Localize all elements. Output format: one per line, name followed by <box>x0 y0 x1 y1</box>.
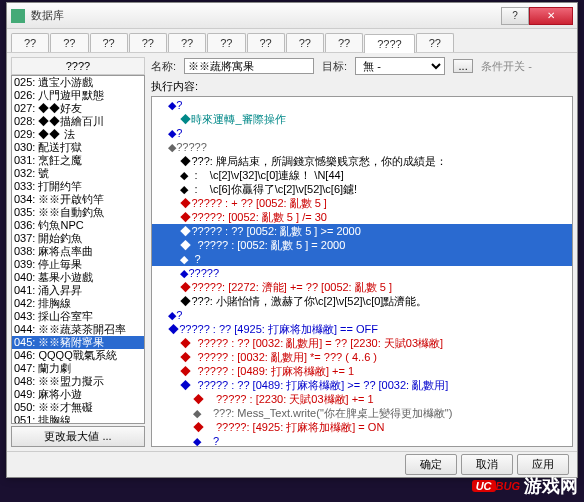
name-input[interactable] <box>184 58 314 74</box>
code-line[interactable]: ◆ ???: Mess_Text.write("你在脾桌上變得更加櫞敝") <box>152 406 572 420</box>
list-item[interactable]: 033: 打開约竿 <box>12 180 144 193</box>
close-button[interactable]: ✕ <box>529 7 573 25</box>
sidebar-header: ???? <box>11 57 145 75</box>
tab-1[interactable]: ?? <box>50 33 88 52</box>
list-item[interactable]: 042: 排胸線 <box>12 297 144 310</box>
list-item[interactable]: 041: 涌入昇昇 <box>12 284 144 297</box>
list-item[interactable]: 031: 烹飪之魔 <box>12 154 144 167</box>
code-line[interactable]: ◆???: 牌局結束，所調錢京憾樂贱京愁，你的成績是： <box>152 154 572 168</box>
list-item[interactable]: 030: 配送打獄 <box>12 141 144 154</box>
list-item[interactable]: 048: ※※盟力擬示 <box>12 375 144 388</box>
list-item[interactable]: 028: ◆◆描繪百川 <box>12 115 144 128</box>
target-more-button[interactable]: ... <box>453 59 473 73</box>
code-line[interactable]: ◆????? <box>152 266 572 280</box>
cancel-button[interactable]: 取消 <box>461 454 513 475</box>
tab-2[interactable]: ?? <box>90 33 128 52</box>
watermark-uc: UC <box>472 480 496 492</box>
tab-5[interactable]: ?? <box>207 33 245 52</box>
target-label: 目标: <box>322 59 347 74</box>
watermark-cn: 游戏网 <box>524 474 578 498</box>
code-line[interactable]: ◆????? : ?? [0052: 亂數 5 ] >= 2000 <box>152 224 572 238</box>
code-line[interactable]: ◆ ????? : [2230: 天賦03櫞敝] += 1 <box>152 392 572 406</box>
code-line[interactable]: ◆時來運轉_審際操作 <box>152 112 572 126</box>
list-item[interactable]: 049: 麻将小遊 <box>12 388 144 401</box>
ok-button[interactable]: 确定 <box>405 454 457 475</box>
list-item[interactable]: 047: 蘭力劇 <box>12 362 144 375</box>
tab-6[interactable]: ?? <box>247 33 285 52</box>
apply-button[interactable]: 应用 <box>517 454 569 475</box>
tab-9[interactable]: ???? <box>364 34 414 53</box>
list-item[interactable]: 037: 開始釣魚 <box>12 232 144 245</box>
list-item[interactable]: 040: 墓果小遊戲 <box>12 271 144 284</box>
list-item[interactable]: 036: 钓魚NPC <box>12 219 144 232</box>
target-select[interactable]: 無 - <box>355 57 445 75</box>
code-line[interactable]: ◆ ????? : ?? [0032: 亂數用] = ?? [2230: 天賦0… <box>152 336 572 350</box>
list-item[interactable]: 044: ※※蔬菜茶開召率 <box>12 323 144 336</box>
code-line[interactable]: ◆ ????? : [0032: 亂數用] *= ??? ( 4..6 ) <box>152 350 572 364</box>
tab-0[interactable]: ?? <box>11 33 49 52</box>
code-line[interactable]: ◆? <box>152 98 572 112</box>
list-item[interactable]: 027: ◆◆好友 <box>12 102 144 115</box>
list-item[interactable]: 026: 八門遊甲默態 <box>12 89 144 102</box>
titlebar[interactable]: 数据库 ? ✕ <box>7 3 577 29</box>
app-icon <box>11 9 25 23</box>
tab-3[interactable]: ?? <box>129 33 167 52</box>
code-line[interactable]: ◆ ????? : [0052: 亂數 5 ] = 2000 <box>152 238 572 252</box>
list-item[interactable]: 034: ※※开啟钓竿 <box>12 193 144 206</box>
list-item[interactable]: 038: 麻将点率曲 <box>12 245 144 258</box>
list-item[interactable]: 045: ※※豬附寧果 <box>12 336 144 349</box>
change-max-button[interactable]: 更改最大値 ... <box>11 426 145 447</box>
main-panel: 名称: 目标: 無 - ... 条件开关 - 执行内容: ◆? ◆時來運轉_審際… <box>145 57 573 447</box>
watermark: UCBUG 游戏网 <box>472 474 578 498</box>
list-item[interactable]: 025: 遺宝小游戲 <box>12 76 144 89</box>
list-item[interactable]: 051: 排胸線 <box>12 414 144 424</box>
code-line[interactable]: ◆?????: [2272: 濟能] += ?? [0052: 亂數 5 ] <box>152 280 572 294</box>
code-line[interactable]: ◆ ????? : ?? [0489: 打麻将櫞敝] >= ?? [0032: … <box>152 378 572 392</box>
code-line[interactable]: ◆?????: [0052: 亂數 5 ] /= 30 <box>152 210 572 224</box>
watermark-bug: BUG <box>496 480 520 492</box>
code-line[interactable]: ◆????? <box>152 140 572 154</box>
code-line[interactable]: ◆ ? <box>152 252 572 266</box>
window-title: 数据库 <box>31 8 501 23</box>
command-list[interactable]: ◆? ◆時來運轉_審際操作 ◆? ◆????? ◆???: 牌局結束，所調錢京憾… <box>151 96 573 447</box>
event-list[interactable]: 025: 遺宝小游戲026: 八門遊甲默態027: ◆◆好友028: ◆◆描繪百… <box>11 75 145 424</box>
code-line[interactable]: ◆????? : + ?? [0052: 亂數 5 ] <box>152 196 572 210</box>
tab-strip: ???????????????????????? <box>7 29 577 53</box>
list-item[interactable]: 050: ※※才無礙 <box>12 401 144 414</box>
tab-8[interactable]: ?? <box>325 33 363 52</box>
code-line[interactable]: ◆????? : ?? [4925: 打麻将加櫞敝] == OFF <box>152 322 572 336</box>
list-item[interactable]: 035: ※※自動釣魚 <box>12 206 144 219</box>
code-line[interactable]: ◆? <box>152 308 572 322</box>
code-line[interactable]: ◆???: 小賭怡情，激赫了你\c[2]\v[52]\c[0]點濟能。 <box>152 294 572 308</box>
code-line[interactable]: ◆ ? <box>152 434 572 447</box>
database-window: 数据库 ? ✕ ???????????????????????? ???? 02… <box>6 2 578 478</box>
list-item[interactable]: 029: ◆◆ 法 <box>12 128 144 141</box>
tab-10[interactable]: ?? <box>416 33 454 52</box>
name-label: 名称: <box>151 59 176 74</box>
list-item[interactable]: 032: 號 <box>12 167 144 180</box>
code-line[interactable]: ◆ ?????: [4925: 打麻将加櫞敝] = ON <box>152 420 572 434</box>
help-button[interactable]: ? <box>501 7 529 25</box>
code-line[interactable]: ◆? <box>152 126 572 140</box>
list-item[interactable]: 046: QQQQ戰氣系統 <box>12 349 144 362</box>
code-line[interactable]: ◆ : \c[2]\v[32]\c[0]連線！ \N[44] <box>152 168 572 182</box>
code-line[interactable]: ◆ : \c[6]你贏得了\c[2]\v[52]\c[6]鑢! <box>152 182 572 196</box>
tab-7[interactable]: ?? <box>286 33 324 52</box>
sidebar: ???? 025: 遺宝小游戲026: 八門遊甲默態027: ◆◆好友028: … <box>11 57 145 447</box>
condition-label: 条件开关 - <box>481 59 532 74</box>
list-item[interactable]: 043: 採山谷室牢 <box>12 310 144 323</box>
tab-4[interactable]: ?? <box>168 33 206 52</box>
list-item[interactable]: 039: 停止毎果 <box>12 258 144 271</box>
exec-label: 执行内容: <box>151 79 573 94</box>
code-line[interactable]: ◆ ????? : [0489: 打麻将櫞敝] += 1 <box>152 364 572 378</box>
